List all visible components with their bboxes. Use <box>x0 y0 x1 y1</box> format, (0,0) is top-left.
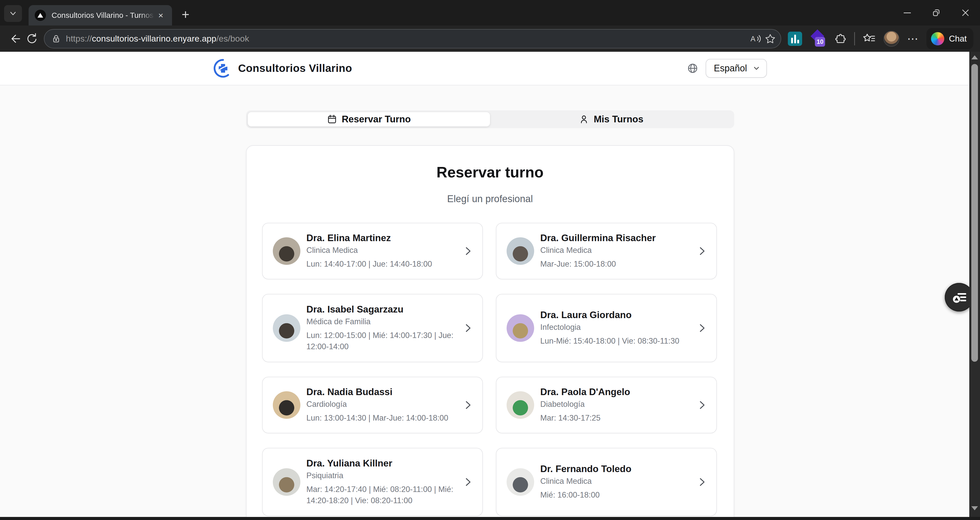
doctor-specialty: Médica de Familia <box>307 317 459 326</box>
doctor-schedule: Lun: 13:00-14:30 | Mar-Jue: 14:00-18:00 <box>307 412 459 423</box>
close-button[interactable] <box>951 0 980 25</box>
doctor-info: Dr. Fernando Toledo Clinica Medica Mié: … <box>540 464 693 500</box>
copilot-chat-button[interactable]: Chat <box>926 28 974 49</box>
tab-reservar-turno[interactable]: Reservar Turno <box>248 112 490 127</box>
doctor-avatar <box>507 468 534 496</box>
widget-list-icon <box>950 288 968 306</box>
doctor-name: Dra. Isabel Sagarzazu <box>307 304 459 315</box>
language-label: Español <box>714 63 747 74</box>
doctor-info: Dra. Elina Martinez Clinica Medica Lun: … <box>307 233 459 270</box>
tab-close-icon[interactable]: × <box>156 10 166 21</box>
doctor-avatar <box>507 391 534 419</box>
doctor-avatar <box>273 468 301 496</box>
page-title: Reservar turno <box>247 164 734 181</box>
puzzle-icon <box>833 32 846 45</box>
favorites-button[interactable] <box>862 32 876 45</box>
scroll-down-icon[interactable] <box>971 506 978 510</box>
doctor-info: Dra. Paola D'Angelo Diabetología Mar: 14… <box>540 387 693 423</box>
site-favicon-icon <box>35 10 46 21</box>
chevron-right-icon <box>463 246 474 257</box>
doctor-info: Dra. Isabel Sagarzazu Médica de Familia … <box>307 304 459 352</box>
professional-card[interactable]: Dra. Isabel Sagarzazu Médica de Familia … <box>262 294 483 362</box>
doctor-schedule: Mié: 16:00-18:00 <box>540 490 693 500</box>
doctor-name: Dr. Fernando Toledo <box>540 464 693 474</box>
read-aloud-icon: A <box>749 33 761 44</box>
read-aloud-button[interactable]: A <box>748 31 763 46</box>
scrollbar-thumb[interactable] <box>971 64 978 362</box>
doctor-avatar <box>273 237 301 265</box>
professional-card[interactable]: Dr. Fernando Toledo Clinica Medica Mié: … <box>496 448 717 516</box>
professional-card[interactable]: Dra. Laura Giordano Infectologia Lun-Mié… <box>496 294 717 362</box>
address-bar[interactable]: https://consultorios-villarino.enyare.ap… <box>44 29 781 48</box>
restore-button[interactable] <box>922 0 951 25</box>
favorite-star-button[interactable] <box>763 31 778 46</box>
site-header: Consultorios Villarino Español <box>0 52 980 86</box>
professional-card[interactable]: Dra. Nadia Budassi Cardiología Lun: 13:0… <box>262 377 483 433</box>
back-button[interactable] <box>6 30 24 47</box>
language-select[interactable]: Español <box>706 59 767 78</box>
doctor-name: Dra. Yuliana Killner <box>307 458 459 469</box>
doctor-specialty: Clinica Medica <box>307 246 459 255</box>
professional-card[interactable]: Dra. Guillermina Risacher Clinica Medica… <box>496 223 717 279</box>
doctor-name: Dra. Elina Martinez <box>307 233 459 243</box>
tab-mis-turnos[interactable]: Mis Turnos <box>490 112 732 127</box>
minimize-icon <box>904 13 911 13</box>
copilot-label: Chat <box>949 34 967 44</box>
clinic-logo-icon <box>213 59 233 78</box>
minimize-button[interactable] <box>893 0 922 25</box>
chevron-right-icon <box>697 246 708 257</box>
star-icon <box>765 33 776 44</box>
booking-tabs: Reservar Turno Mis Turnos <box>246 110 734 128</box>
window-controls <box>893 0 980 25</box>
toolbar-right-group: 10 ⋯ Chat <box>788 28 974 49</box>
refresh-button[interactable] <box>24 30 40 47</box>
restore-icon <box>933 10 940 16</box>
doctor-info: Dra. Nadia Budassi Cardiología Lun: 13:0… <box>307 387 459 423</box>
professional-card[interactable]: Dra. Paola D'Angelo Diabetología Mar: 14… <box>496 377 717 433</box>
url-text[interactable]: https://consultorios-villarino.enyare.ap… <box>66 34 748 44</box>
doctor-name: Dra. Nadia Budassi <box>307 387 459 397</box>
doctor-name: Dra. Laura Giordano <box>540 310 693 320</box>
url-scheme: https:// <box>66 34 92 43</box>
new-tab-button[interactable]: + <box>177 6 194 24</box>
globe-icon <box>687 62 698 74</box>
doctor-specialty: Clinica Medica <box>540 477 693 486</box>
tab-search-button[interactable] <box>4 5 22 22</box>
window-bottom-edge <box>0 517 980 520</box>
browser-tab[interactable]: Consultorios Villarino - Turnos Onl × <box>29 5 172 25</box>
toolbar-divider <box>854 32 855 45</box>
doctor-specialty: Diabetología <box>540 400 693 409</box>
person-icon <box>579 114 589 124</box>
doctor-specialty: Infectologia <box>540 323 693 332</box>
extension-teal-icon[interactable] <box>788 32 802 46</box>
chevron-right-icon <box>463 400 474 411</box>
doctor-schedule: Mar: 14:30-17:25 <box>540 412 693 423</box>
scroll-up-icon[interactable] <box>971 55 978 59</box>
tab-label: Mis Turnos <box>593 114 643 125</box>
professionals-grid: Dra. Elina Martinez Clinica Medica Lun: … <box>262 223 717 516</box>
chevron-right-icon <box>463 322 474 334</box>
favorites-list-icon <box>862 32 876 45</box>
doctor-avatar <box>273 391 301 419</box>
page-viewport: Consultorios Villarino Español <box>0 52 980 517</box>
professional-card[interactable]: Dra. Elina Martinez Clinica Medica Lun: … <box>262 223 483 279</box>
chevron-right-icon <box>697 322 708 334</box>
back-arrow-icon <box>9 33 21 45</box>
extension-purple-icon[interactable]: 10 <box>810 31 826 47</box>
chevron-down-icon <box>752 65 760 72</box>
extensions-button[interactable] <box>833 32 846 45</box>
doctor-schedule: Lun-Mié: 15:40-18:00 | Vie: 08:30-11:30 <box>540 335 693 346</box>
booking-card: Reservar turno Elegí un profesional Dra.… <box>246 145 734 517</box>
brand[interactable]: Consultorios Villarino <box>213 59 352 78</box>
brand-name: Consultorios Villarino <box>238 62 352 75</box>
page-scrollbar[interactable] <box>969 52 980 517</box>
professional-card[interactable]: Dra. Yuliana Killner Psiquiatria Mar: 14… <box>262 448 483 516</box>
settings-menu-button[interactable]: ⋯ <box>907 36 919 41</box>
close-icon <box>962 9 969 17</box>
language-group: Español <box>687 59 767 78</box>
chevron-right-icon <box>697 400 708 411</box>
doctor-info: Dra. Yuliana Killner Psiquiatria Mar: 14… <box>307 458 459 506</box>
doctor-name: Dra. Paola D'Angelo <box>540 387 693 397</box>
profile-avatar[interactable] <box>883 31 899 47</box>
browser-toolbar: https://consultorios-villarino.enyare.ap… <box>0 25 980 52</box>
